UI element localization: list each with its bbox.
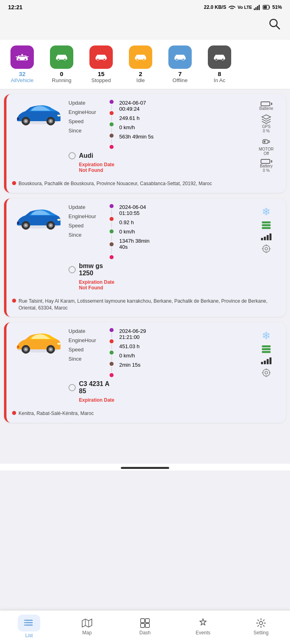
svg-rect-76	[141, 623, 145, 627]
nav-map[interactable]: Map	[71, 617, 103, 636]
bmw-snowflake-icon: ❄	[262, 206, 271, 218]
bmw-label-speed: Speed	[68, 223, 104, 229]
svg-rect-9	[16, 56, 17, 57]
c3-label-enginehour: EngineHour	[68, 337, 104, 343]
tab-running-label: Running	[52, 77, 71, 83]
vehicle-card-bmw[interactable]: Update EngineHour Speed Since	[4, 198, 286, 317]
car-image-c3	[12, 328, 64, 356]
bmw-label-update: Update	[68, 204, 104, 210]
svg-point-43	[57, 219, 60, 221]
svg-point-18	[104, 58, 106, 60]
tab-inac-count: 8	[218, 70, 221, 77]
bmw-label-enginehour: EngineHour	[68, 213, 104, 219]
svg-rect-75	[145, 619, 149, 623]
audi-name: Audi	[79, 152, 93, 159]
tab-stopped[interactable]: 15 Stopped	[83, 45, 119, 83]
battery-percent: 51%	[272, 4, 282, 10]
audi-battery-pct-icon: Battery 0 %	[260, 159, 273, 173]
svg-point-58	[57, 343, 60, 345]
bmw-label-since: Since	[68, 232, 104, 238]
svg-point-60	[263, 369, 269, 376]
tab-all-vehicle[interactable]: 32 AllVehicle	[4, 45, 40, 83]
svg-point-78	[259, 621, 263, 625]
tab-offline[interactable]: 7 Offline	[162, 45, 198, 83]
svg-point-28	[25, 120, 27, 122]
tab-inac[interactable]: 8 In Ac	[201, 45, 238, 83]
vehicle-card-audi[interactable]: Update EngineHour Speed Since	[4, 94, 286, 193]
audi-address: Bouskoura, Pachalik de Bouskoura, Provin…	[6, 177, 286, 193]
header	[0, 13, 290, 40]
svg-point-20	[143, 58, 145, 60]
c3-address: Kenitra, Rabat-Salé-Kénitra, Maroc	[6, 407, 286, 423]
nav-list-label: List	[25, 633, 33, 638]
c3-update: 2024-06-2921:21:00	[119, 328, 248, 340]
svg-point-31	[50, 120, 52, 122]
nav-list[interactable]: List	[13, 615, 45, 638]
tab-all-count: 32	[19, 70, 26, 77]
svg-point-23	[215, 58, 218, 60]
svg-point-22	[182, 58, 184, 60]
search-button[interactable]	[267, 17, 282, 34]
c3-name-row: C3 4231 A85	[68, 380, 248, 395]
c3-name: C3 4231 A85	[79, 380, 110, 395]
svg-point-35	[264, 141, 265, 142]
home-indicator	[0, 464, 290, 471]
network-speed: 22.0 KB/S	[204, 4, 226, 10]
tab-stopped-count: 15	[98, 70, 105, 77]
svg-line-8	[276, 26, 280, 29]
vehicle-card-c3[interactable]: Update EngineHour Speed Since	[4, 322, 286, 423]
tab-all-label: AllVehicle	[11, 77, 33, 83]
audi-gps-icon: GPS 0 %	[261, 114, 271, 133]
wifi-icon	[228, 4, 236, 10]
svg-point-19	[137, 58, 139, 60]
svg-point-24	[222, 58, 224, 60]
bmw-side-icons: ❄	[252, 204, 280, 254]
bottom-nav: List Map Dash Events Setting	[0, 610, 290, 644]
tab-running[interactable]: 0 Running	[44, 45, 80, 83]
c3-radio[interactable]	[68, 384, 76, 391]
bmw-since: 1347h 38min40s	[119, 238, 248, 250]
audi-batterie-icon: Batterie	[259, 101, 273, 111]
svg-rect-10	[27, 56, 29, 57]
c3-side-icons: ❄	[252, 328, 280, 378]
nav-setting-label: Setting	[253, 630, 268, 636]
svg-rect-0	[254, 8, 255, 10]
bmw-radio[interactable]	[68, 266, 76, 273]
c3-target-icon	[261, 367, 271, 378]
label-speed: Speed	[68, 118, 104, 124]
status-right: 22.0 KB/S Vo LTE 51%	[204, 4, 282, 10]
nav-events[interactable]: Events	[187, 617, 219, 636]
tab-offline-count: 7	[178, 70, 182, 77]
svg-point-17	[97, 58, 99, 60]
bmw-expiry: Expiration DateNot Found	[79, 279, 248, 291]
card-info-audi: Update EngineHour Speed Since	[68, 100, 248, 173]
svg-point-45	[263, 245, 269, 252]
bmw-address: Rue Talsint, Hay Al Karam, Lotissement l…	[6, 295, 286, 317]
status-bar: 12:21 22.0 KB/S Vo LTE 51%	[0, 0, 290, 13]
tab-idle[interactable]: 2 Idle	[122, 45, 159, 83]
svg-point-21	[176, 58, 178, 60]
c3-label-since: Since	[68, 356, 104, 362]
bmw-update: 2024-06-0401:10:55	[119, 204, 248, 216]
bmw-signal-icon	[261, 232, 271, 240]
battery-status-icon	[263, 4, 271, 10]
bmw-speed: 0 km/h	[119, 229, 248, 235]
label-enginehour: EngineHour	[68, 109, 104, 115]
svg-point-16	[64, 58, 66, 60]
bmw-enginehour: 0.92 h	[119, 219, 248, 225]
svg-rect-2	[257, 6, 258, 10]
nav-events-label: Events	[196, 630, 211, 636]
c3-label-speed: Speed	[68, 347, 104, 353]
audi-since: 563h 49min 5s	[119, 134, 248, 140]
nav-dash[interactable]: Dash	[129, 617, 161, 636]
tab-offline-label: Offline	[172, 77, 187, 83]
c3-enginehour: 451.03 h	[119, 343, 248, 349]
svg-point-13	[18, 58, 20, 60]
audi-motor-icon: MOTOR Off	[259, 136, 273, 156]
audi-radio[interactable]	[68, 152, 76, 159]
svg-point-39	[25, 224, 27, 226]
lte-indicator: Vo LTE	[238, 5, 252, 10]
bmw-name-row: bmw gs1250	[68, 262, 248, 277]
audi-name-row: Audi	[68, 152, 248, 159]
nav-setting[interactable]: Setting	[245, 617, 277, 636]
